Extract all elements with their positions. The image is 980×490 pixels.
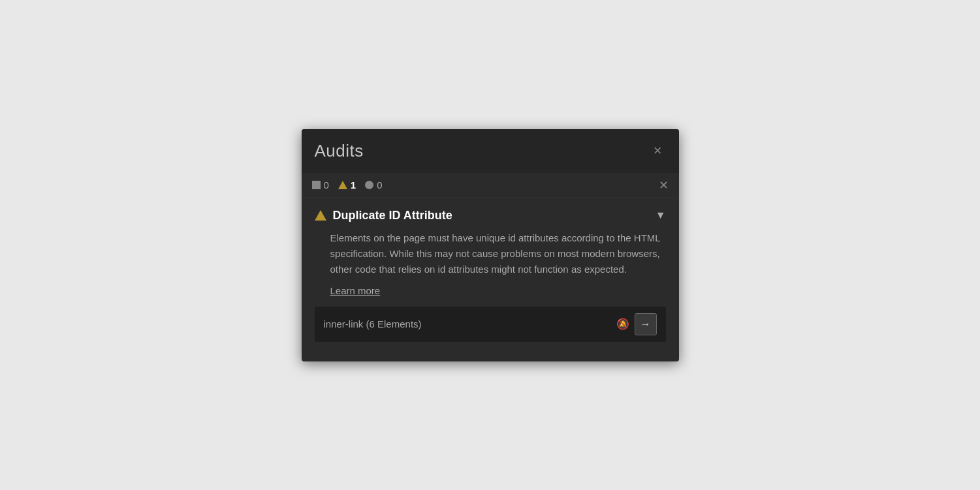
audits-panel: Audits × 0 1 0 ✕ Duplicate xyxy=(302,129,679,361)
panel-header: Audits × xyxy=(302,129,679,173)
element-actions: 🔕 → xyxy=(616,313,657,335)
info-icon xyxy=(365,181,373,189)
filter-bar: 0 1 0 ✕ xyxy=(302,173,679,198)
filter-items: 0 1 0 xyxy=(312,179,383,191)
navigate-button[interactable]: → xyxy=(635,313,657,335)
audit-item-header: Duplicate ID Attribute ▼ xyxy=(315,209,666,222)
info-filter[interactable]: 0 xyxy=(365,179,382,191)
audit-item-title: Duplicate ID Attribute xyxy=(333,209,452,222)
element-label: inner-link (6 Elements) xyxy=(324,318,422,329)
warning-filter[interactable]: 1 xyxy=(338,179,356,191)
arrow-right-icon: → xyxy=(640,318,651,330)
error-icon xyxy=(312,181,321,189)
warning-icon xyxy=(338,181,347,189)
panel-content: Duplicate ID Attribute ▼ Elements on the… xyxy=(302,198,679,361)
learn-more-link[interactable]: Learn more xyxy=(315,285,666,296)
audit-description: Elements on the page must have unique id… xyxy=(315,230,666,277)
audit-item: Duplicate ID Attribute ▼ Elements on the… xyxy=(315,209,666,342)
element-row: inner-link (6 Elements) 🔕 → xyxy=(315,307,666,342)
close-button[interactable]: × xyxy=(650,142,666,159)
error-count: 0 xyxy=(324,179,329,191)
warning-count: 1 xyxy=(351,179,356,191)
mute-icon[interactable]: 🔕 xyxy=(616,318,629,330)
error-filter[interactable]: 0 xyxy=(312,179,329,191)
clear-filter-button[interactable]: ✕ xyxy=(659,179,669,191)
chevron-down-icon[interactable]: ▼ xyxy=(656,209,666,221)
warning-triangle-icon xyxy=(315,210,326,221)
audit-item-title-group: Duplicate ID Attribute xyxy=(315,209,452,222)
info-count: 0 xyxy=(377,179,382,191)
panel-title: Audits xyxy=(315,141,364,161)
